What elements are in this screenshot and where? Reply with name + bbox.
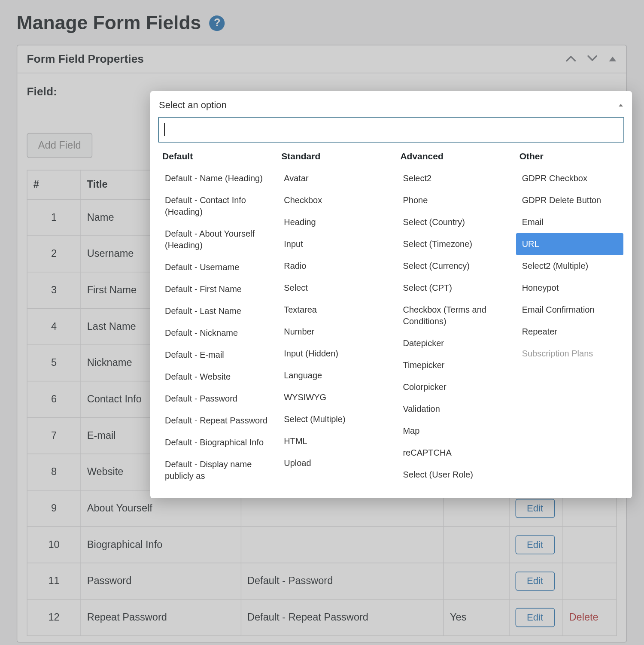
edit-button[interactable]: Edit <box>516 535 555 554</box>
row-type: Default - Repeat Password <box>241 599 444 636</box>
dropdown-option[interactable]: Upload <box>278 452 393 474</box>
dropdown-option[interactable]: Email <box>516 211 623 233</box>
dropdown-option[interactable]: Default - Contact Info (Heading) <box>159 189 274 223</box>
panel-header-controls <box>565 53 617 65</box>
dropdown-option[interactable]: Language <box>278 365 393 386</box>
dropdown-option[interactable]: Select (User Role) <box>397 464 512 486</box>
dropdown-option[interactable]: Phone <box>397 189 512 211</box>
dropdown-option[interactable]: Default - Last Name <box>159 300 274 322</box>
dropdown-option[interactable]: Default - About Yourself (Heading) <box>159 223 274 256</box>
edit-button[interactable]: Edit <box>516 499 555 518</box>
dropdown-placeholder[interactable]: Select an option <box>159 100 227 111</box>
dropdown-option[interactable]: Honeypot <box>516 277 623 299</box>
delete-link[interactable]: Delete <box>569 612 598 623</box>
row-num: 6 <box>27 381 81 418</box>
row-required <box>444 563 509 599</box>
dropdown-option[interactable]: Number <box>278 321 393 343</box>
panel-title: Form Field Properties <box>27 52 144 66</box>
row-num: 4 <box>27 308 81 345</box>
dropdown-group-title: Advanced <box>397 149 512 167</box>
dropdown-group: OtherGDPR CheckboxGDPR Delete ButtonEmai… <box>516 149 623 487</box>
dropdown-group: DefaultDefault - Name (Heading)Default -… <box>159 149 274 487</box>
panel-up-icon[interactable] <box>565 53 576 65</box>
edit-button[interactable]: Edit <box>516 572 555 590</box>
dropdown-option[interactable]: HTML <box>278 430 393 452</box>
row-required <box>444 526 509 563</box>
dropdown-search-input[interactable] <box>158 117 624 143</box>
dropdown-option[interactable]: Select (Currency) <box>397 255 512 277</box>
dropdown-group-title: Default <box>159 149 274 167</box>
dropdown-option[interactable]: Email Confirmation <box>516 299 623 321</box>
dropdown-option[interactable]: Default - Name (Heading) <box>159 167 274 189</box>
row-num: 7 <box>27 417 81 454</box>
row-delete-cell <box>563 526 617 563</box>
page-title: Manage Form Fields ? <box>17 12 627 34</box>
row-num: 10 <box>27 526 81 563</box>
dropdown-option[interactable]: Select <box>278 277 393 299</box>
panel-collapse-icon[interactable] <box>608 53 617 65</box>
row-title: Password <box>81 563 241 599</box>
dropdown-option: Subscription Plans <box>516 343 623 365</box>
page-title-text: Manage Form Fields <box>17 12 201 34</box>
row-num: 1 <box>27 199 81 236</box>
dropdown-option[interactable]: Default - Username <box>159 256 274 278</box>
dropdown-option[interactable]: Map <box>397 420 512 442</box>
row-num: 3 <box>27 272 81 309</box>
row-required: Yes <box>444 599 509 636</box>
panel-down-icon[interactable] <box>587 53 598 65</box>
dropdown-group: StandardAvatarCheckboxHeadingInputRadioS… <box>278 149 393 487</box>
dropdown-option[interactable]: Default - Biographical Info <box>159 432 274 453</box>
row-num: 12 <box>27 599 81 636</box>
dropdown-option[interactable]: Input <box>278 233 393 255</box>
dropdown-option[interactable]: Default - Display name publicly as <box>159 453 274 487</box>
dropdown-option[interactable]: Heading <box>278 211 393 233</box>
row-edit-cell: Edit <box>509 599 563 636</box>
dropdown-option[interactable]: Validation <box>397 398 512 420</box>
add-field-button[interactable]: Add Field <box>27 133 92 158</box>
dropdown-option[interactable]: Repeater <box>516 321 623 343</box>
dropdown-option[interactable]: Select2 <box>397 167 512 189</box>
row-delete-cell <box>563 563 617 599</box>
table-row: 11PasswordDefault - PasswordEdit <box>27 563 617 599</box>
dropdown-option[interactable]: Default - First Name <box>159 278 274 300</box>
dropdown-option[interactable]: Default - Nickname <box>159 322 274 344</box>
dropdown-option[interactable]: GDPR Checkbox <box>516 167 623 189</box>
row-num: 2 <box>27 236 81 272</box>
row-title: Repeat Password <box>81 599 241 636</box>
dropdown-option[interactable]: Input (Hidden) <box>278 343 393 365</box>
table-row: 12Repeat PasswordDefault - Repeat Passwo… <box>27 599 617 636</box>
field-type-dropdown: Select an option DefaultDefault - Name (… <box>150 91 632 498</box>
dropdown-option[interactable]: Default - Password <box>159 388 274 410</box>
dropdown-option[interactable]: URL <box>516 233 623 255</box>
dropdown-option[interactable]: Avatar <box>278 167 393 189</box>
dropdown-option[interactable]: Datepicker <box>397 332 512 354</box>
row-delete-cell: Delete <box>563 599 617 636</box>
dropdown-option[interactable]: Select (Country) <box>397 211 512 233</box>
row-num: 5 <box>27 345 81 381</box>
dropdown-option[interactable]: Default - E-mail <box>159 344 274 366</box>
dropdown-option[interactable]: Select (CPT) <box>397 277 512 299</box>
dropdown-option[interactable]: Select2 (Multiple) <box>516 255 623 277</box>
dropdown-option[interactable]: Select (Timezone) <box>397 233 512 255</box>
dropdown-close-icon[interactable] <box>618 102 623 109</box>
dropdown-option[interactable]: Colorpicker <box>397 376 512 398</box>
dropdown-option[interactable]: Checkbox (Terms and Conditions) <box>397 299 512 332</box>
dropdown-option[interactable]: Default - Website <box>159 366 274 388</box>
row-num: 9 <box>27 490 81 527</box>
edit-button[interactable]: Edit <box>516 608 555 627</box>
dropdown-option[interactable]: WYSIWYG <box>278 386 393 408</box>
dropdown-option[interactable]: Select (Multiple) <box>278 408 393 430</box>
row-type <box>241 526 444 563</box>
dropdown-option[interactable]: GDPR Delete Button <box>516 189 623 211</box>
dropdown-group: AdvancedSelect2PhoneSelect (Country)Sele… <box>397 149 512 487</box>
dropdown-option[interactable]: Timepicker <box>397 354 512 376</box>
dropdown-option[interactable]: reCAPTCHA <box>397 442 512 464</box>
table-row: 10Biographical InfoEdit <box>27 526 617 563</box>
dropdown-option[interactable]: Textarea <box>278 299 393 321</box>
col-header-num: # <box>27 170 81 199</box>
dropdown-option[interactable]: Radio <box>278 255 393 277</box>
dropdown-option[interactable]: Checkbox <box>278 189 393 211</box>
help-icon[interactable]: ? <box>210 15 225 30</box>
dropdown-option[interactable]: Default - Repeat Password <box>159 410 274 432</box>
row-edit-cell: Edit <box>509 563 563 599</box>
